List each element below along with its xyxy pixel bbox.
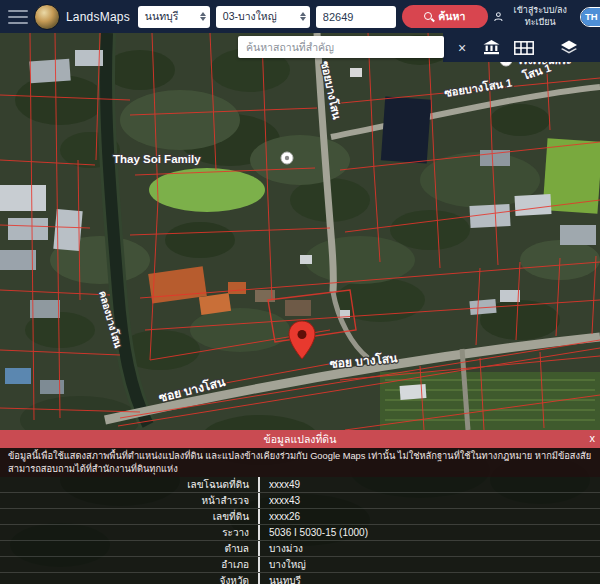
row-value: นนทบุรี [258,573,600,584]
land-office-icon[interactable] [483,40,500,55]
table-row-subdistrict: ตำบล บางม่วง [0,540,600,556]
table-row-deed-no: เลขโฉนดที่ดิน xxxx49 [0,477,600,492]
table-row-land-no: เลขที่ดิน xxxx26 [0,508,600,524]
user-icon [494,11,503,23]
row-label: หน้าสำรวจ [0,493,258,508]
district-select-value: 03-บางใหญ่ [223,8,277,25]
map-toolbar: × [443,33,600,62]
row-label: เลขโฉนดที่ดิน [0,477,258,492]
parcel-info-header: ข้อมูลแปลงที่ดิน x [0,430,600,448]
parcel-number-input[interactable] [316,6,396,28]
login-register-label: เข้าสู่ระบบ/ลงทะเบียน [507,5,574,28]
select-stepper-icon [300,12,306,21]
search-button[interactable]: ค้นหา [402,5,488,28]
parcel-info-title: ข้อมูลแปลงที่ดิน [264,431,337,448]
row-value: xxxx49 [258,477,600,492]
app-title: LandsMaps [66,10,130,24]
landsmaps-logo [34,4,60,30]
menu-icon[interactable] [8,10,28,24]
row-value: บางม่วง [258,541,600,556]
language-toggle: TH EN [580,7,600,27]
row-label: อำเภอ [0,557,258,572]
place-search-box [238,36,444,58]
table-row-survey-page: หน้าสำรวจ xxxx43 [0,492,600,508]
row-value: xxxx43 [258,493,600,508]
row-value: บางใหญ่ [258,557,600,572]
row-value: 5036 I 5030-15 (1000) [258,525,600,540]
row-label: จังหวัด [0,573,258,584]
table-row-map-sheet: ระวาง 5036 I 5030-15 (1000) [0,524,600,540]
search-icon [424,12,433,21]
disclaimer-text: ข้อมูลนี้เพื่อใช้แสดงสภาพพื้นที่ตำแหน่งแ… [0,448,600,477]
grid-view-icon[interactable] [514,41,534,55]
poi-marker-thay-soi-family[interactable] [281,152,293,164]
app-header: LandsMaps นนทบุรี 03-บางใหญ่ ค้นหา เข้าส… [0,0,600,33]
clear-search-icon[interactable]: × [455,41,469,55]
province-select[interactable]: นนทบุรี [138,6,210,28]
district-select[interactable]: 03-บางใหญ่ [216,6,310,28]
landsmaps-app: Thay Soi Family โรงเรือนพระ ซอยบางโสน 1 … [0,0,600,584]
province-select-value: นนทบุรี [145,8,179,25]
table-row-province: จังหวัด นนทบุรี [0,572,600,584]
poi-label-thay-soi-family: Thay Soi Family [113,153,201,165]
select-stepper-icon [200,12,206,21]
parcel-info-table: เลขโฉนดที่ดิน xxxx49 หน้าสำรวจ xxxx43 เล… [0,477,600,584]
search-button-label: ค้นหา [438,8,465,25]
row-label: เลขที่ดิน [0,509,258,524]
row-label: ระวาง [0,525,258,540]
login-register-link[interactable]: เข้าสู่ระบบ/ลงทะเบียน [494,5,574,28]
panel-close-icon[interactable]: x [590,432,596,444]
layers-icon[interactable] [560,40,578,56]
lang-th-button[interactable]: TH [581,8,600,26]
row-label: ตำบล [0,541,258,556]
table-row-district: อำเภอ บางใหญ่ [0,556,600,572]
green-field [149,168,265,212]
row-value: xxxx26 [258,509,600,524]
place-search-input[interactable] [238,36,444,58]
